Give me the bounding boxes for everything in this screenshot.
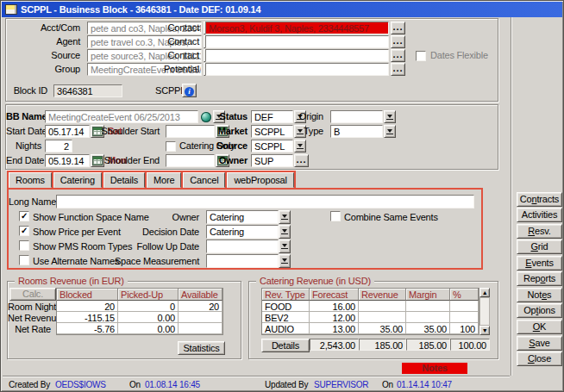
- start-date-field[interactable]: 05.17.14: [45, 125, 90, 138]
- table-cell[interactable]: -5.76: [57, 323, 118, 334]
- table-cell[interactable]: [406, 312, 450, 323]
- table-cell[interactable]: 20: [57, 301, 118, 312]
- potential-field[interactable]: [205, 63, 389, 76]
- combine-same-events-checkbox[interactable]: [330, 211, 341, 221]
- property-info-button[interactable]: i: [182, 84, 197, 97]
- forecast-total-field: 2,543.00: [310, 339, 359, 351]
- use-alternate-names-checkbox[interactable]: [19, 255, 29, 265]
- follow-up-date-combo[interactable]: [206, 240, 279, 253]
- reports-button[interactable]: Reports: [517, 271, 562, 286]
- column-header-picked-up: Picked-Up: [118, 289, 179, 301]
- calc-button[interactable]: Calc.: [9, 288, 56, 301]
- created-by-label: Created By: [9, 378, 50, 391]
- origin-list-button[interactable]: [384, 110, 396, 123]
- table-cell[interactable]: [450, 301, 479, 312]
- close-button[interactable]: Close: [517, 352, 562, 366]
- contact3-field[interactable]: [205, 49, 389, 62]
- shoulder-start-label: Shoulder Start: [91, 125, 163, 138]
- tab-more[interactable]: More: [147, 172, 181, 188]
- contact2-lov-button[interactable]: ...: [391, 35, 405, 48]
- wp-owner-combo[interactable]: Catering: [206, 210, 279, 224]
- table-cell[interactable]: AUDIO: [262, 323, 310, 334]
- end-date-field[interactable]: 05.19.14: [45, 154, 90, 167]
- notes-button[interactable]: Notes: [517, 288, 562, 302]
- arrow-down-icon: [282, 229, 287, 233]
- contact2-field[interactable]: [205, 35, 389, 48]
- details-button[interactable]: Details: [261, 339, 310, 352]
- table-cell[interactable]: FOOD: [262, 301, 310, 312]
- table-cell[interactable]: 0.00: [118, 323, 179, 334]
- table-cell[interactable]: 35.00: [406, 323, 450, 334]
- ok-button[interactable]: OK: [517, 320, 562, 334]
- type-field[interactable]: B: [330, 125, 383, 138]
- resv-button[interactable]: Resv.: [517, 224, 562, 239]
- arrow-down-icon: [298, 144, 303, 147]
- title-bar[interactable]: SCPPL - Business Block - 3646381 - Date …: [2, 2, 562, 17]
- table-cell[interactable]: BEV2: [262, 312, 310, 323]
- type-list-button[interactable]: [384, 125, 396, 138]
- contracts-button[interactable]: Contracts: [517, 192, 562, 207]
- decision-date-combo-button[interactable]: [279, 225, 291, 239]
- potential-lov-button[interactable]: ...: [391, 63, 405, 76]
- bb-name-field[interactable]: MeetingCreateEvent 06/25/2013: [45, 110, 198, 123]
- events-button[interactable]: Events: [517, 256, 562, 271]
- scroll-down-button[interactable]: ▼: [479, 326, 490, 335]
- space-measurement-combo-button[interactable]: [279, 254, 291, 268]
- group-label: Group: [6, 63, 84, 76]
- table-cell[interactable]: -115.15: [57, 312, 118, 323]
- tab-cancel[interactable]: Cancel: [183, 172, 225, 188]
- space-measurement-combo[interactable]: [206, 254, 279, 268]
- source-list-button[interactable]: [294, 140, 306, 152]
- decision-date-combo[interactable]: Catering: [206, 225, 279, 239]
- contact3-lov-button[interactable]: ...: [391, 49, 405, 62]
- catering-only-checkbox[interactable]: [166, 141, 176, 152]
- table-cell[interactable]: [179, 312, 222, 323]
- contact2-label: Contact: [134, 35, 203, 48]
- agent-label: Agent: [6, 35, 84, 48]
- table-cell[interactable]: 16.00: [310, 301, 359, 312]
- tab-rooms[interactable]: Rooms: [9, 172, 52, 188]
- save-button[interactable]: Save: [517, 336, 562, 351]
- contact1-lov-button[interactable]: ...: [391, 22, 405, 34]
- scrollbar-track[interactable]: [479, 297, 490, 326]
- arrow-down-icon: [282, 215, 287, 218]
- source-field[interactable]: SCPPL: [251, 140, 293, 152]
- table-cell[interactable]: 35.00: [359, 323, 406, 334]
- owner-lov-button[interactable]: ...: [294, 154, 309, 167]
- window-title: SCPPL - Business Block - 3646381 - Date …: [21, 4, 260, 15]
- table-cell[interactable]: [450, 312, 479, 323]
- table-cell[interactable]: 0.00: [118, 312, 179, 323]
- table-cell[interactable]: 100: [450, 323, 479, 334]
- statistics-button[interactable]: Statistics: [178, 341, 225, 355]
- table-cell[interactable]: 13.00: [310, 323, 359, 334]
- grid-button[interactable]: Grid: [517, 240, 562, 254]
- arrow-down-icon: [387, 129, 392, 133]
- origin-field[interactable]: [330, 110, 383, 123]
- table-cell[interactable]: [359, 312, 406, 323]
- table-cell[interactable]: 20: [179, 301, 222, 312]
- scroll-up-button[interactable]: ▲: [479, 288, 490, 297]
- table-cell[interactable]: 12.00: [310, 312, 359, 323]
- show-function-space-name-checkbox[interactable]: ✓: [19, 211, 29, 221]
- catering-revenue-table: Rev. Type Forecast Revenue Margin % FOOD…: [261, 288, 479, 335]
- long-name-input[interactable]: [56, 195, 474, 208]
- contact1-field[interactable]: Morson3, Kuldif 3, Naples, 2334448557: [205, 22, 389, 34]
- table-cell[interactable]: 0: [118, 301, 179, 312]
- show-price-per-event-checkbox[interactable]: ✓: [19, 226, 29, 236]
- tab-details[interactable]: Details: [103, 172, 145, 188]
- dates-flexible-checkbox[interactable]: [416, 51, 426, 61]
- table-cell[interactable]: [406, 301, 450, 312]
- wp-owner-combo-button[interactable]: [279, 210, 291, 224]
- show-pms-room-types-checkbox[interactable]: [19, 240, 29, 251]
- nights-label: Nights: [6, 140, 45, 152]
- activities-button[interactable]: Activities: [517, 208, 562, 222]
- tab-webproposal[interactable]: webProposal: [227, 172, 293, 188]
- owner-field[interactable]: SUP: [251, 154, 293, 167]
- tab-catering[interactable]: Catering: [53, 172, 102, 188]
- options-button[interactable]: Options: [517, 303, 562, 318]
- follow-up-date-combo-button[interactable]: [279, 240, 291, 253]
- nights-field[interactable]: 2: [45, 140, 72, 152]
- notes-indicator-badge[interactable]: Notes: [402, 363, 467, 374]
- table-cell[interactable]: [179, 323, 222, 334]
- table-cell[interactable]: [359, 301, 406, 312]
